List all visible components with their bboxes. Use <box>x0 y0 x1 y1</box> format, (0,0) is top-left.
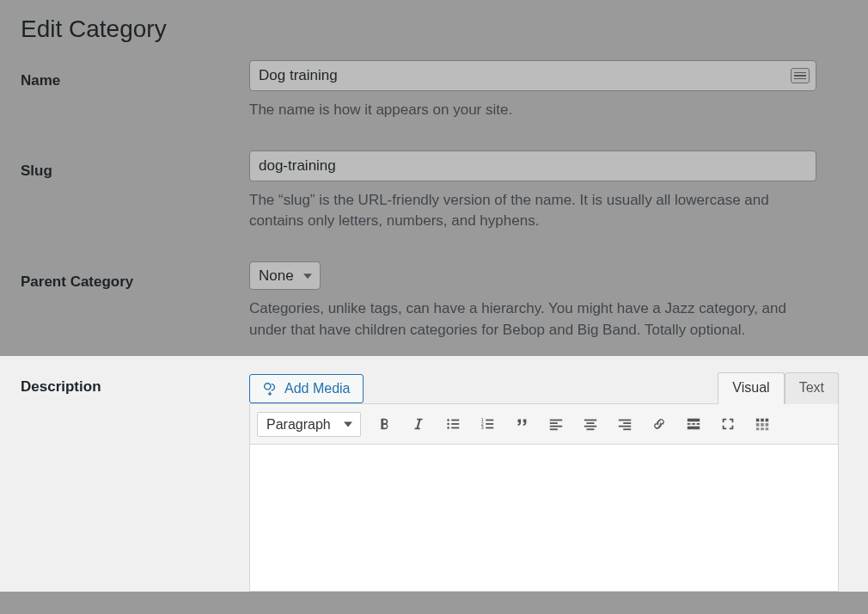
link-button[interactable] <box>645 409 674 439</box>
svg-point-1 <box>447 419 449 421</box>
add-media-label: Add Media <box>284 381 351 396</box>
svg-rect-4 <box>451 423 459 425</box>
svg-rect-12 <box>486 427 493 429</box>
svg-rect-19 <box>584 426 596 427</box>
fullscreen-button[interactable] <box>713 409 743 439</box>
blockquote-button[interactable] <box>507 409 536 439</box>
svg-rect-6 <box>451 427 459 429</box>
svg-rect-14 <box>550 422 558 424</box>
numbered-list-button[interactable]: 123 <box>473 409 502 439</box>
slug-label: Slug <box>21 150 249 180</box>
svg-rect-27 <box>692 423 695 425</box>
editor-toolbar: Paragraph 123 <box>250 404 838 445</box>
svg-rect-13 <box>550 420 562 421</box>
svg-rect-20 <box>587 429 595 431</box>
svg-rect-22 <box>623 422 631 424</box>
svg-rect-23 <box>619 426 631 427</box>
svg-rect-31 <box>761 419 764 422</box>
align-right-button[interactable] <box>610 409 639 439</box>
bullet-list-button[interactable] <box>438 409 468 439</box>
autofill-icon <box>791 68 810 83</box>
svg-text:3: 3 <box>481 426 484 431</box>
name-input[interactable] <box>249 60 816 91</box>
name-label: Name <box>21 60 249 89</box>
svg-rect-21 <box>619 420 631 421</box>
svg-rect-36 <box>756 428 760 431</box>
italic-button[interactable] <box>404 409 433 439</box>
svg-point-3 <box>447 423 449 426</box>
svg-rect-10 <box>486 423 493 425</box>
parent-category-help-text: Categories, unlike tags, can have a hier… <box>249 298 816 341</box>
parent-category-label: Parent Category <box>21 261 249 291</box>
align-center-button[interactable] <box>576 409 605 439</box>
page-title: Edit Category <box>0 0 868 53</box>
svg-rect-2 <box>451 420 459 421</box>
media-icon <box>262 381 278 396</box>
svg-rect-37 <box>761 428 764 431</box>
tab-visual[interactable]: Visual <box>718 372 784 404</box>
bold-button[interactable] <box>370 409 399 439</box>
parent-category-select[interactable]: None <box>249 261 321 290</box>
svg-rect-16 <box>550 429 558 431</box>
align-left-button[interactable] <box>541 409 571 439</box>
slug-help-text: The “slug” is the URL-friendly version o… <box>249 190 816 232</box>
name-help-text: The name is how it appears on your site. <box>249 100 816 121</box>
svg-rect-28 <box>697 423 700 425</box>
svg-rect-18 <box>587 422 595 424</box>
tab-text[interactable]: Text <box>785 372 839 404</box>
description-label: Description <box>21 371 249 396</box>
svg-rect-26 <box>688 423 691 425</box>
svg-rect-32 <box>766 419 769 422</box>
toolbar-toggle-button[interactable] <box>748 409 777 439</box>
svg-rect-35 <box>766 423 769 427</box>
insert-more-button[interactable] <box>679 409 708 439</box>
slug-input[interactable] <box>249 150 816 181</box>
svg-rect-30 <box>756 419 760 422</box>
svg-rect-38 <box>766 428 769 431</box>
format-select[interactable]: Paragraph <box>257 412 361 437</box>
svg-point-5 <box>447 427 449 429</box>
svg-rect-29 <box>688 427 700 430</box>
editor-content-area[interactable] <box>250 445 838 591</box>
add-media-button[interactable]: Add Media <box>249 374 364 403</box>
svg-rect-34 <box>761 423 764 427</box>
svg-rect-15 <box>550 426 562 427</box>
svg-point-0 <box>265 384 271 390</box>
svg-rect-17 <box>584 420 596 421</box>
svg-rect-25 <box>688 419 700 422</box>
svg-rect-24 <box>623 429 631 431</box>
svg-rect-8 <box>486 420 493 421</box>
svg-rect-33 <box>756 423 760 427</box>
